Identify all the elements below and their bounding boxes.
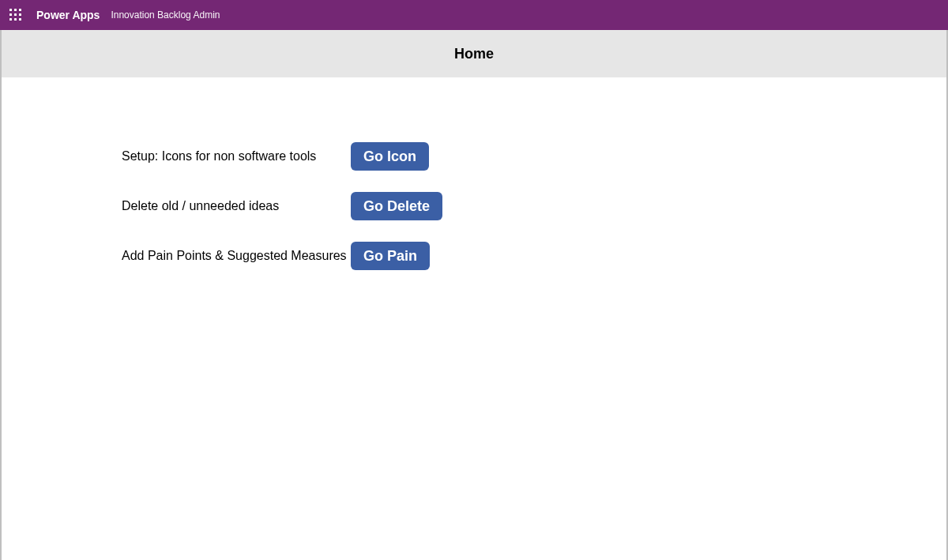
canvas-container: Home Setup: Icons for non software tools… xyxy=(0,30,948,560)
row-label: Setup: Icons for non software tools xyxy=(122,149,351,163)
row-pain-points: Add Pain Points & Suggested Measures Go … xyxy=(122,242,946,270)
go-pain-button[interactable]: Go Pain xyxy=(351,242,430,270)
top-bar: Power Apps Innovation Backlog Admin xyxy=(0,0,948,30)
row-label: Delete old / unneeded ideas xyxy=(122,199,351,213)
content-area: Setup: Icons for non software tools Go I… xyxy=(2,77,946,270)
waffle-icon[interactable] xyxy=(9,9,22,21)
page-title: Home xyxy=(454,46,494,62)
page-header: Home xyxy=(2,30,946,77)
brand-label[interactable]: Power Apps xyxy=(36,9,100,21)
go-delete-button[interactable]: Go Delete xyxy=(351,192,442,220)
app-name-label: Innovation Backlog Admin xyxy=(111,9,220,21)
row-label: Add Pain Points & Suggested Measures xyxy=(122,249,351,263)
row-setup-icons: Setup: Icons for non software tools Go I… xyxy=(122,142,946,171)
go-icon-button[interactable]: Go Icon xyxy=(351,142,429,171)
row-delete-ideas: Delete old / unneeded ideas Go Delete xyxy=(122,192,946,220)
